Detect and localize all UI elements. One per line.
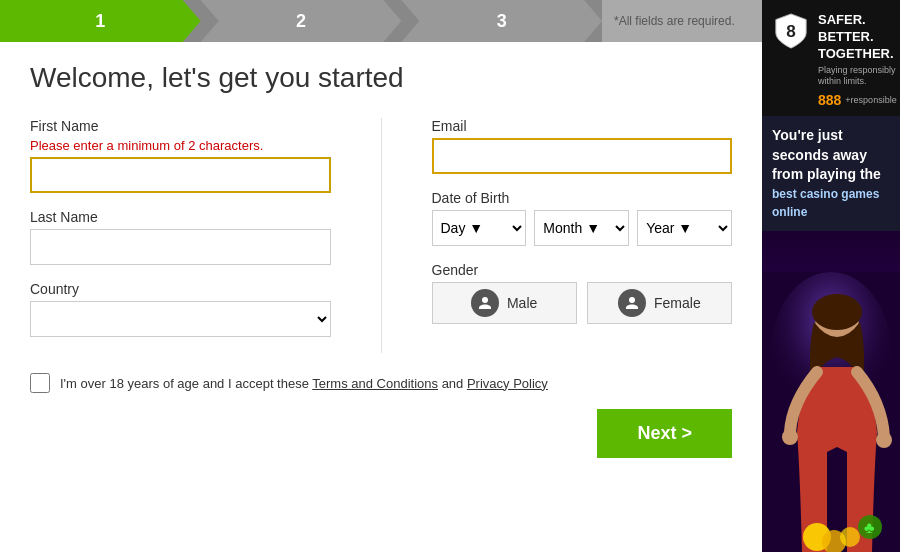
next-btn-row: Next > (30, 409, 732, 458)
page-title: Welcome, let's get you started (30, 62, 732, 94)
day-select[interactable]: Day ▼ (432, 210, 527, 246)
terms-link[interactable]: Terms and Conditions (312, 376, 438, 391)
required-note: *All fields are required. (602, 0, 762, 42)
male-button[interactable]: Male (432, 282, 577, 324)
form-columns: First Name Please enter a minimum of 2 c… (30, 118, 732, 353)
gender-row: Male Female (432, 282, 733, 324)
step-1[interactable]: 1 (0, 0, 201, 42)
sidebar-ad: 8 SAFER. BETTER. TOGETHER. Playing respo… (762, 0, 900, 552)
ad-top: 8 SAFER. BETTER. TOGETHER. Playing respo… (762, 0, 900, 116)
email-input[interactable] (432, 138, 733, 174)
svg-text:♣: ♣ (864, 519, 875, 536)
svg-point-1 (629, 297, 635, 303)
first-name-error: Please enter a minimum of 2 characters. (30, 138, 331, 153)
email-group: Email (432, 118, 733, 174)
first-name-input[interactable] (30, 157, 331, 193)
female-icon (618, 289, 646, 317)
month-select[interactable]: Month ▼ (534, 210, 629, 246)
svg-point-0 (482, 297, 488, 303)
left-column: First Name Please enter a minimum of 2 c… (30, 118, 331, 353)
ad-text-block: You're just seconds away from playing th… (762, 116, 900, 231)
last-name-label: Last Name (30, 209, 331, 225)
checkbox-row: I'm over 18 years of age and I accept th… (30, 373, 732, 393)
main-form-area: 1 2 3 *All fields are required. Welcome,… (0, 0, 762, 552)
ad-logo-row: 888 +responsible (818, 92, 897, 108)
email-label: Email (432, 118, 733, 134)
checkbox-text: I'm over 18 years of age and I accept th… (60, 376, 548, 391)
male-icon (471, 289, 499, 317)
woman-svg: ♣ (762, 272, 900, 552)
step-3[interactable]: 3 (401, 0, 602, 42)
country-group: Country (30, 281, 331, 337)
svg-point-8 (876, 432, 892, 448)
country-select[interactable] (30, 301, 331, 337)
step-1-label: 1 (95, 11, 105, 32)
privacy-link[interactable]: Privacy Policy (467, 376, 548, 391)
column-divider (381, 118, 382, 353)
right-column: Email Date of Birth Day ▼ Month ▼ Year ▼ (432, 118, 733, 353)
dob-label: Date of Birth (432, 190, 733, 206)
ad-text: SAFER. BETTER. TOGETHER. Playing respons… (818, 12, 897, 108)
age-checkbox[interactable] (30, 373, 50, 393)
svg-point-7 (782, 429, 798, 445)
dob-group: Date of Birth Day ▼ Month ▼ Year ▼ (432, 190, 733, 246)
progress-bar: 1 2 3 *All fields are required. (0, 0, 762, 42)
country-label: Country (30, 281, 331, 297)
female-button[interactable]: Female (587, 282, 732, 324)
gender-group: Gender Male (432, 262, 733, 324)
last-name-input[interactable] (30, 229, 331, 265)
year-select[interactable]: Year ▼ (637, 210, 732, 246)
svg-text:8: 8 (786, 22, 796, 41)
first-name-group: First Name Please enter a minimum of 2 c… (30, 118, 331, 193)
ad-image-area: ♣ (762, 231, 900, 552)
last-name-group: Last Name (30, 209, 331, 265)
gender-label: Gender (432, 262, 733, 278)
form-container: Welcome, let's get you started First Nam… (0, 42, 762, 552)
next-button[interactable]: Next > (597, 409, 732, 458)
step-2-label: 2 (296, 11, 306, 32)
shield-icon: 8 (772, 12, 810, 50)
step-3-label: 3 (497, 11, 507, 32)
female-label: Female (654, 295, 701, 311)
dob-row: Day ▼ Month ▼ Year ▼ (432, 210, 733, 246)
svg-point-6 (812, 294, 862, 330)
male-label: Male (507, 295, 537, 311)
step-2[interactable]: 2 (201, 0, 402, 42)
svg-point-11 (840, 527, 860, 547)
first-name-label: First Name (30, 118, 331, 134)
